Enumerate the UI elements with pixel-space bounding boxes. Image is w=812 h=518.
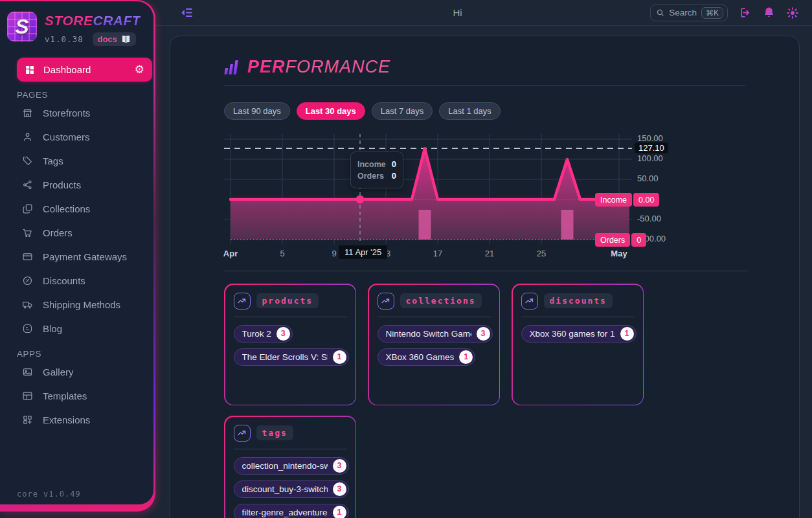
dashboard-panel: PERFORMANCE Last 90 daysLast 30 daysLast…: [170, 36, 800, 518]
collections-pill[interactable]: XBox 360 Games 1: [378, 348, 476, 366]
card-divider: [378, 317, 491, 317]
sidebar-item-shipping-methods[interactable]: Shipping Methods: [0, 293, 153, 317]
x-tick-label: 25: [527, 249, 556, 258]
products-pill[interactable]: Turok 2 3: [234, 325, 293, 343]
collections-icon: [22, 203, 33, 214]
sidebar-item-templates[interactable]: Templates: [0, 384, 153, 408]
notifications-bell-icon[interactable]: [763, 6, 775, 19]
theme-sun-icon[interactable]: [786, 6, 799, 19]
sidebar-section-label: APPS: [17, 349, 153, 359]
x-tick-label: May: [605, 249, 633, 258]
card-title: products: [256, 293, 319, 308]
book-icon: [121, 35, 131, 43]
sidebar-section-label: PAGES: [17, 90, 153, 100]
x-tick-label: 5: [268, 249, 297, 258]
search-input[interactable]: Search ⌘K: [650, 5, 728, 21]
greeting-text: Hi: [194, 7, 650, 18]
sidebar-item-orders[interactable]: Orders: [0, 221, 153, 245]
performance-chart[interactable]: 150.00127.10100.0050.00-50.00-100.00Inco…: [224, 134, 750, 264]
count-badge: 3: [276, 327, 290, 341]
x-tick-label: 17: [423, 249, 452, 258]
storecraft-logo-icon: S: [7, 12, 37, 41]
filter-last-90-days[interactable]: Last 90 days: [224, 102, 290, 120]
y-max-marker-label: 127.10: [635, 142, 668, 153]
sidebar: S STORECRAFT v1.0.38 docs Dashboard ⚙: [0, 0, 155, 512]
tags-pill[interactable]: filter-genre_adventure 1: [234, 504, 349, 518]
orders-axis-badge: Orders0: [595, 233, 646, 247]
count-badge: 1: [333, 350, 346, 364]
storefront-icon: [22, 107, 33, 118]
discounts-icon: [22, 275, 33, 286]
card-title: tags: [256, 425, 293, 440]
collections-pill[interactable]: Nintendo Switch Game 3: [378, 325, 493, 343]
search-shortcut: ⌘K: [701, 7, 723, 19]
y-tick-label: 50.00: [637, 174, 659, 183]
extensions-icon: [22, 414, 33, 425]
shipping-icon: [22, 299, 33, 310]
customers-icon: [22, 131, 33, 142]
sidebar-item-discounts[interactable]: Discounts: [0, 269, 153, 293]
card-tags: tags collection_nintendo-sw 3 discount_b…: [224, 416, 356, 518]
search-icon: [656, 8, 664, 17]
x-tick-label: 21: [475, 249, 504, 258]
sidebar-item-blog[interactable]: Blog: [0, 317, 153, 341]
trending-up-icon: [521, 293, 538, 310]
card-products: products Turok 2 3 The Elder Scrolls V: …: [224, 284, 356, 405]
sidebar-item-collections[interactable]: Collections: [0, 197, 153, 221]
collapse-sidebar-icon[interactable]: [181, 6, 194, 19]
dashboard-label: Dashboard: [43, 64, 126, 75]
filter-last-7-days[interactable]: Last 7 days: [372, 102, 433, 120]
time-range-filters: Last 90 daysLast 30 daysLast 7 daysLast …: [224, 102, 745, 120]
core-version-footer: core v1.0.49: [17, 490, 81, 499]
products-icon: [22, 179, 33, 190]
gallery-icon: [22, 366, 33, 377]
sidebar-item-storefronts[interactable]: Storefronts: [0, 101, 153, 125]
y-tick-label: 150.00: [637, 133, 663, 143]
sidebar-item-customers[interactable]: Customers: [0, 125, 153, 149]
trending-up-icon: [234, 293, 251, 310]
chart-divider: [224, 271, 749, 271]
count-badge: 3: [333, 482, 346, 496]
sidebar-item-gallery[interactable]: Gallery: [0, 360, 153, 384]
topbar: Hi Search ⌘K: [155, 0, 812, 26]
filter-last-30-days[interactable]: Last 30 days: [297, 102, 365, 120]
sidebar-item-tags[interactable]: Tags: [0, 149, 153, 173]
card-title: collections: [400, 293, 482, 308]
stat-cards-row-2: tags collection_nintendo-sw 3 discount_b…: [224, 416, 745, 518]
tags-pill[interactable]: collection_nintendo-sw 3: [234, 457, 349, 475]
x-tick-label: Apr: [216, 249, 245, 258]
docs-link[interactable]: docs: [93, 32, 136, 46]
y-tick-label: -50.00: [637, 214, 661, 223]
card-divider: [234, 449, 347, 449]
count-badge: 1: [620, 327, 634, 341]
gear-icon[interactable]: ⚙: [135, 64, 144, 75]
logout-icon[interactable]: [739, 6, 752, 19]
orders-icon: [22, 227, 33, 238]
dashboard-grid-icon: [25, 65, 35, 75]
sidebar-item-dashboard[interactable]: Dashboard ⚙: [17, 58, 152, 82]
chart-tooltip: Income0Orders0: [350, 152, 403, 188]
sidebar-item-products[interactable]: Products: [0, 173, 153, 197]
card-collections: collections Nintendo Switch Game 3 XBox …: [368, 284, 500, 405]
tooltip-date-badge: 11 Apr '25: [339, 245, 387, 259]
count-badge: 3: [477, 327, 490, 341]
products-pill[interactable]: The Elder Scrolls V: Sk 1: [234, 348, 349, 366]
tags-pill[interactable]: discount_buy-3-switch 3: [234, 480, 349, 498]
card-discounts: discounts Xbox 360 games for 10 1: [512, 284, 644, 405]
logo-block: S STORECRAFT v1.0.38 docs: [0, 1, 153, 46]
card-divider: [521, 317, 635, 317]
sidebar-item-payment-gateways[interactable]: Payment Gateways: [0, 245, 153, 269]
count-badge: 1: [333, 506, 346, 518]
payment-icon: [22, 251, 33, 262]
app-root: S STORECRAFT v1.0.38 docs Dashboard ⚙: [0, 0, 812, 518]
header-divider: [224, 85, 745, 86]
bar-chart-icon: [223, 59, 241, 76]
y-tick-label: 100.00: [637, 153, 663, 163]
sidebar-item-extensions[interactable]: Extensions: [0, 408, 153, 432]
discounts-pill[interactable]: Xbox 360 games for 10 1: [521, 325, 637, 343]
filter-last-1-days[interactable]: Last 1 days: [439, 102, 501, 120]
count-badge: 1: [459, 350, 473, 364]
templates-icon: [22, 390, 33, 401]
income-axis-badge: Income0.00: [595, 193, 659, 207]
trending-up-icon: [234, 425, 251, 442]
